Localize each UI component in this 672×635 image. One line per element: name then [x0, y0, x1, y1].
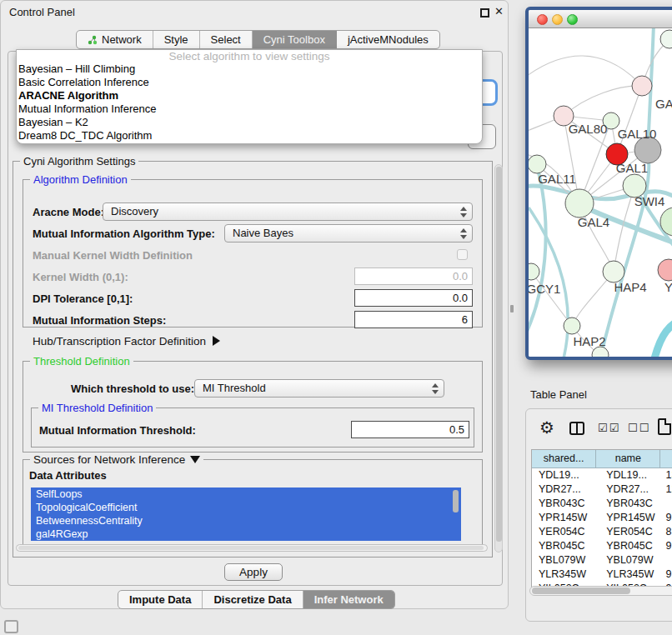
panel-splitter-handle[interactable] — [510, 305, 514, 312]
manual-kernel-width-checkbox[interactable] — [457, 249, 468, 260]
tab-label: Impute Data — [129, 591, 191, 608]
table-row[interactable]: YDL19...YDL19...13 — [532, 468, 672, 482]
cell: YPR145W — [532, 511, 596, 525]
node-label: HAP2 — [573, 334, 605, 348]
gear-icon[interactable]: ⚙ — [539, 418, 554, 438]
tab-network[interactable]: Network — [77, 31, 153, 48]
tab-select[interactable]: Select — [200, 31, 253, 48]
network-node[interactable] — [564, 318, 580, 334]
collapsed-panel-icon[interactable] — [4, 620, 18, 633]
column-header-shared-name[interactable]: shared... — [532, 450, 596, 468]
apply-button[interactable]: Apply — [224, 563, 283, 581]
group-title: Cyni Algorithm Settings — [20, 155, 138, 168]
dropdown-item[interactable]: Bayesian – K2 — [17, 116, 482, 129]
cell: YBR045C — [596, 539, 660, 553]
dpi-tolerance-field[interactable]: 0.0 — [354, 289, 473, 307]
dropdown-item-selected[interactable]: ARACNE Algorithm — [17, 89, 482, 102]
horizontal-scrollbar-thumb[interactable] — [18, 546, 484, 550]
split-columns-icon[interactable] — [569, 422, 584, 435]
list-item-selected[interactable]: TopologicalCoefficient — [31, 501, 461, 514]
tab-style[interactable]: Style — [153, 31, 200, 48]
network-node[interactable] — [632, 76, 652, 96]
unchecked-checkboxes-icon[interactable]: ☐☐ — [628, 422, 650, 434]
network-node[interactable] — [565, 189, 594, 218]
network-node[interactable] — [660, 30, 672, 48]
tab-cyni-toolbox[interactable]: Cyni Toolbox — [253, 31, 337, 48]
table-row[interactable]: YPR145WYPR145W9. — [532, 511, 672, 525]
aracne-mode-label: Aracne Mode: — [33, 206, 104, 218]
dropdown-item[interactable]: Dream8 DC_TDC Algorithm — [17, 129, 482, 142]
data-attributes-label: Data Attributes — [29, 469, 107, 482]
list-item-selected[interactable]: gal4RGexp — [31, 528, 461, 541]
dropdown-item[interactable]: Basic Correlation Inference — [17, 76, 482, 89]
network-window-titlebar[interactable] — [529, 10, 672, 28]
column-header-clipped[interactable] — [660, 450, 672, 468]
cell: YER054C — [596, 525, 660, 539]
settings-horizontal-scrollbar[interactable] — [16, 544, 488, 552]
node-label: GAL — [655, 97, 672, 111]
tab-impute-data[interactable]: Impute Data — [118, 591, 203, 608]
algorithm-dropdown-placeholder: Select algorithm to view settings — [17, 50, 482, 62]
expand-right-triangle-icon — [213, 336, 220, 346]
network-node[interactable] — [529, 263, 539, 280]
float-window-icon[interactable] — [480, 8, 489, 18]
column-header-name[interactable]: name — [596, 450, 660, 468]
node-label: GAL11 — [538, 172, 576, 186]
settings-scrollbar-thumb[interactable] — [496, 167, 502, 542]
table-row[interactable]: YDR27...YDR27...12 — [532, 482, 672, 497]
table-file-icon[interactable] — [658, 418, 671, 435]
aracne-mode-select[interactable]: Discovery — [103, 202, 473, 221]
settings-scrollbar[interactable] — [494, 164, 503, 552]
list-item-selected[interactable]: SelfLoops — [31, 488, 461, 501]
table-panel: ⚙ ☑☑ ☐☐ shared... name YDL19...YDL19...1… — [525, 408, 672, 622]
close-traffic-light[interactable] — [537, 14, 548, 25]
network-view-window: GAL80 GAL10 GAL11 GAL1 SWI4 GAL4 GCY1 HA… — [525, 7, 672, 360]
mi-threshold-field[interactable]: 0.5 — [351, 421, 469, 438]
dropdown-item[interactable]: Mutual Information Inference — [17, 102, 482, 116]
table-row[interactable]: YBR043CYBR043C — [532, 497, 672, 511]
node-label: GCY1 — [529, 282, 560, 296]
list-item-selected[interactable]: BetweennessCentrality — [31, 514, 461, 528]
edge-group — [529, 28, 672, 357]
mi-algorithm-type-select[interactable]: Naive Bayes — [224, 224, 473, 242]
cell — [661, 497, 672, 511]
table-row[interactable]: YBL079WYBL079W — [532, 553, 672, 568]
stepper-icon — [459, 228, 468, 240]
which-threshold-label: Which threshold to use: — [71, 382, 194, 395]
table-horizontal-scrollbar[interactable] — [529, 586, 672, 596]
minimize-traffic-light[interactable] — [552, 14, 563, 25]
tab-discretize-data[interactable]: Discretize Data — [203, 591, 303, 608]
cyni-bottom-tabbar: Impute Data Discretize Data Infer Networ… — [118, 590, 395, 609]
hub-definition-expander[interactable]: Hub/Transcription Factor Definition — [33, 335, 220, 348]
dropdown-item[interactable]: Bayesian – Hill Climbing — [17, 62, 482, 76]
table-row[interactable]: YER054CYER054C8. — [532, 525, 672, 539]
tab-jactivemnodules[interactable]: jActiveMNodules — [337, 31, 439, 48]
network-canvas[interactable]: GAL80 GAL10 GAL11 GAL1 SWI4 GAL4 GCY1 HA… — [529, 28, 672, 357]
tab-infer-network[interactable]: Infer Network — [303, 591, 394, 608]
cell: YBR043C — [532, 497, 596, 511]
mi-steps-field[interactable]: 6 — [354, 311, 473, 328]
node-label: Y — [664, 280, 672, 294]
node-label: SWI4 — [634, 194, 665, 208]
table-row[interactable]: YBR045CYBR045C9. — [532, 539, 672, 553]
node-label: GAL80 — [569, 122, 608, 136]
control-panel-window: Control Panel ✕ Network Style Select Cyn… — [0, 0, 509, 609]
cell: YBR043C — [596, 497, 660, 511]
which-threshold-select[interactable]: MI Threshold — [194, 379, 444, 398]
close-icon[interactable]: ✕ — [494, 5, 504, 18]
list-scrollbar-thumb[interactable] — [453, 490, 459, 512]
network-node[interactable] — [658, 259, 672, 281]
mi-algorithm-type-label: Mutual Information Algorithm Type: — [33, 228, 215, 240]
cell: YDR27... — [532, 482, 596, 497]
sources-expander[interactable]: Sources for Network Inference — [30, 453, 203, 466]
data-attributes-list[interactable]: SelfLoops TopologicalCoefficient Between… — [31, 488, 461, 541]
network-node[interactable] — [529, 155, 546, 173]
table-row[interactable]: YLR345WYLR345W9. — [532, 568, 672, 582]
checked-checkboxes-icon[interactable]: ☑☑ — [598, 422, 620, 434]
network-tab-icon — [88, 35, 98, 45]
mi-algorithm-type-value: Naive Bayes — [233, 227, 293, 239]
node-label: GAL1 — [616, 161, 648, 175]
kernel-width-field[interactable]: 0.0 — [354, 268, 473, 285]
zoom-traffic-light[interactable] — [567, 14, 578, 25]
table-scrollbar-thumb[interactable] — [532, 588, 630, 594]
